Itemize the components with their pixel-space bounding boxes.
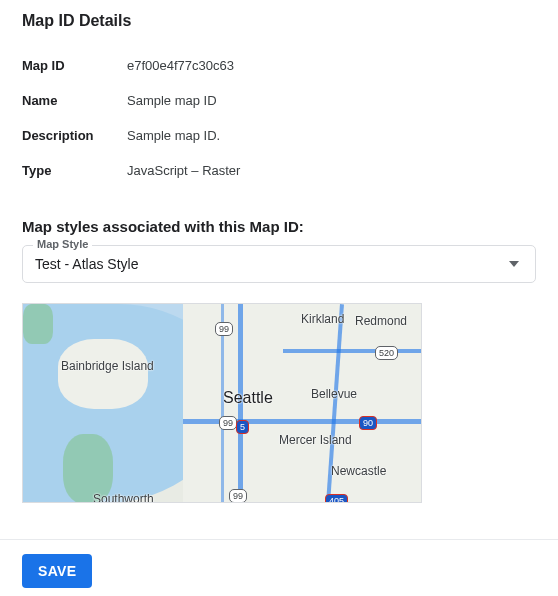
table-row: Type JavaScript – Raster [22,153,536,188]
map-preview[interactable]: Seattle Kirkland Redmond Bellevue Mercer… [22,303,422,503]
detail-label-description: Description [22,128,127,143]
map-label-redmond: Redmond [355,314,407,328]
associated-styles-heading: Map styles associated with this Map ID: [22,218,536,235]
map-style-selected-value: Test - Atlas Style [35,256,138,272]
map-label-seattle: Seattle [223,389,273,407]
route-shield-i5: 5 [236,420,249,434]
route-shield-99: 99 [229,489,247,503]
detail-value-description: Sample map ID. [127,128,220,143]
route-shield-99: 99 [219,416,237,430]
map-label-newcastle: Newcastle [331,464,386,478]
save-button[interactable]: SAVE [22,554,92,588]
map-label-kirkland: Kirkland [301,312,344,326]
map-label-bainbridge: Bainbridge Island [61,359,154,373]
map-label-bellevue: Bellevue [311,387,357,401]
map-label-southworth: Southworth [93,492,154,503]
footer-bar: SAVE [0,539,558,596]
table-row: Map ID e7f00e4f77c30c63 [22,48,536,83]
map-label-mercer: Mercer Island [279,433,352,447]
route-shield-520: 520 [375,346,398,360]
detail-label-type: Type [22,163,127,178]
page-title: Map ID Details [22,12,536,30]
route-shield-i90: 90 [359,416,377,430]
table-row: Name Sample map ID [22,83,536,118]
chevron-down-icon [509,261,519,267]
route-shield-99: 99 [215,322,233,336]
route-shield-i405: 405 [325,494,348,503]
detail-label-mapid: Map ID [22,58,127,73]
detail-value-type: JavaScript – Raster [127,163,240,178]
detail-label-name: Name [22,93,127,108]
map-style-select[interactable]: Map Style Test - Atlas Style [22,245,536,283]
details-table: Map ID e7f00e4f77c30c63 Name Sample map … [22,48,536,188]
map-style-label: Map Style [33,238,92,250]
detail-value-mapid: e7f00e4f77c30c63 [127,58,234,73]
table-row: Description Sample map ID. [22,118,536,153]
detail-value-name: Sample map ID [127,93,217,108]
